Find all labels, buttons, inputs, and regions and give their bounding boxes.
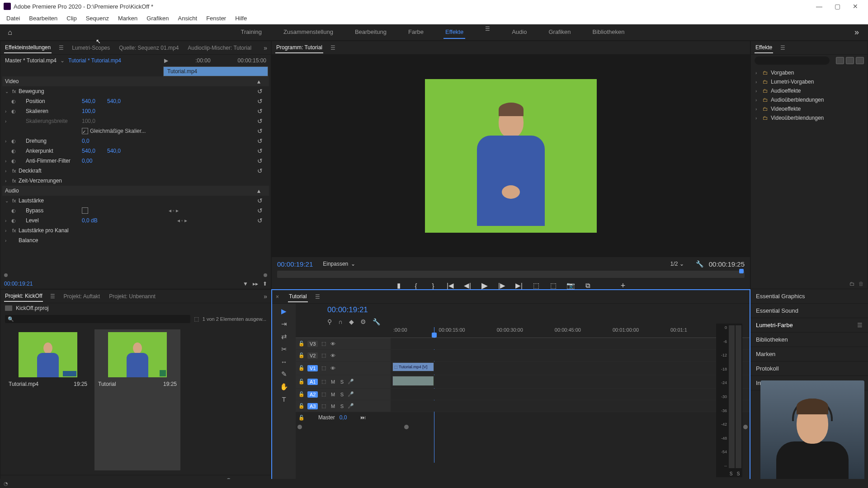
chevron-down-icon[interactable]: ⌄ <box>60 57 65 64</box>
workspace-more-button[interactable]: » <box>849 28 864 37</box>
menu-marken[interactable]: Marken <box>113 13 142 23</box>
reset-icon[interactable]: ↺ <box>257 217 266 224</box>
drehung-value[interactable]: 0,0 <box>82 138 107 144</box>
fx-badge-icon[interactable]: fx <box>11 228 19 233</box>
menu-grafiken[interactable]: Grafiken <box>142 13 173 23</box>
tab-menu-icon[interactable]: ☰ <box>50 293 55 300</box>
settings-wrench-icon[interactable]: 🔧 <box>696 260 703 267</box>
stopwatch-icon[interactable]: ◐ <box>11 108 19 114</box>
sync-lock-icon[interactable]: ⬚ <box>321 365 327 371</box>
tab-programm[interactable]: Programm: Tutorial <box>275 42 323 53</box>
reset-icon[interactable]: ↺ <box>257 98 266 105</box>
extract-button[interactable]: ⬚ <box>549 282 558 290</box>
track-select-tool-icon[interactable]: ⇥ <box>275 319 293 329</box>
position-x-value[interactable]: 540,0 <box>82 98 107 104</box>
toggle-output-icon[interactable]: 👁 <box>330 341 336 347</box>
expand-icon[interactable]: › <box>5 238 11 243</box>
level-value[interactable]: 0,0 dB <box>82 217 107 224</box>
close-button[interactable]: ✕ <box>846 0 864 13</box>
timeline-timecode[interactable]: 00:00:19:21 <box>296 304 750 316</box>
close-sequence-icon[interactable]: × <box>276 294 281 300</box>
stopwatch-icon[interactable]: ◐ <box>11 99 19 104</box>
effects-search-input[interactable] <box>755 56 830 65</box>
lock-icon[interactable]: 🔓 <box>298 365 305 371</box>
reset-icon[interactable]: ↺ <box>257 197 266 204</box>
panel-essential-graphics[interactable]: Essential Graphics <box>750 289 868 304</box>
workspace-bearbeitung[interactable]: Bearbeitung <box>353 26 388 39</box>
ripple-edit-tool-icon[interactable]: ⇄ <box>275 332 293 342</box>
menu-ansicht[interactable]: Ansicht <box>173 13 202 23</box>
comparison-button[interactable]: ⧉ <box>583 282 592 290</box>
project-bins[interactable]: Tutorial.mp419:25 Tutorial19:25 <box>0 325 271 475</box>
folder-audioueberblendungen[interactable]: ›🗀Audioüberblendungen <box>751 95 868 104</box>
workspace-grafiken[interactable]: Grafiken <box>547 26 572 39</box>
preset-type-icon[interactable] <box>836 57 844 64</box>
skalieren-value[interactable]: 100,0 <box>82 108 107 114</box>
snap-icon[interactable]: ⚲ <box>327 318 332 325</box>
folder-audioeffekte[interactable]: ›🗀Audioeffekte <box>751 86 868 95</box>
position-y-value[interactable]: 540,0 <box>107 98 132 104</box>
menu-bearbeiten[interactable]: Bearbeiten <box>24 13 62 23</box>
workspace-zusammenstellung[interactable]: Zusammenstellung <box>282 26 335 39</box>
ec-scrollbar[interactable] <box>0 272 271 279</box>
reset-icon[interactable]: ↺ <box>257 157 266 164</box>
pen-tool-icon[interactable]: ✎ <box>275 369 293 379</box>
workspace-audio[interactable]: Audio <box>510 26 528 39</box>
fx-badge-icon[interactable]: fx <box>11 198 19 203</box>
lock-icon[interactable]: 🔓 <box>298 352 305 358</box>
panel-lumetri-farbe[interactable]: Lumetri-Farbe☰ <box>750 318 868 333</box>
reset-icon[interactable]: ↺ <box>257 117 266 125</box>
go-to-in-button[interactable]: |◀ <box>446 282 455 290</box>
tabs-overflow-button[interactable]: » <box>264 293 267 300</box>
reset-icon[interactable]: ↺ <box>257 108 266 115</box>
expand-icon[interactable]: › <box>5 178 11 183</box>
reset-icon[interactable]: ↺ <box>257 137 266 145</box>
tabs-overflow-button[interactable]: » <box>264 44 267 52</box>
project-search-input[interactable] <box>5 315 190 323</box>
hand-tool-icon[interactable]: ✋ <box>275 382 293 392</box>
step-back-button[interactable]: ◀| <box>463 282 472 290</box>
ankerpunkt-x-value[interactable]: 540,0 <box>82 148 107 154</box>
solo-right-button[interactable]: S <box>735 471 741 476</box>
ec-clip-label[interactable]: Tutorial * Tutorial.mp4 <box>68 57 121 64</box>
export-icon[interactable]: ⬆ <box>263 281 267 287</box>
voice-over-icon[interactable]: 🎤 <box>348 403 354 409</box>
sync-lock-icon[interactable]: ⬚ <box>321 341 327 347</box>
menu-datei[interactable]: Datei <box>2 13 24 23</box>
collapse-icon[interactable]: ▴ <box>257 187 266 194</box>
panel-essential-sound[interactable]: Essential Sound <box>750 304 868 318</box>
panel-bibliotheken[interactable]: Bibliotheken <box>750 333 868 347</box>
preset-type-icon[interactable] <box>856 57 864 64</box>
workspace-farbe[interactable]: Farbe <box>406 26 425 39</box>
mute-button[interactable]: M <box>330 392 336 397</box>
tab-menu-icon[interactable]: ☰ <box>315 294 320 300</box>
solo-button[interactable]: S <box>339 404 345 409</box>
reset-icon[interactable]: ↺ <box>257 207 266 214</box>
menu-fenster[interactable]: Fenster <box>202 13 231 23</box>
sync-lock-icon[interactable]: ⬚ <box>321 379 327 385</box>
tab-quelle[interactable]: Quelle: Sequenz 01.mp4 <box>118 43 179 53</box>
master-value[interactable]: 0,0 <box>340 414 347 421</box>
folder-lumetri[interactable]: ›🗀Lumetri-Vorgaben <box>751 77 868 86</box>
voice-over-icon[interactable]: 🎤 <box>348 379 354 385</box>
sync-lock-icon[interactable]: ⬚ <box>321 352 327 358</box>
expand-icon[interactable]: › <box>5 139 11 144</box>
solo-left-button[interactable]: S <box>728 471 734 476</box>
voice-over-icon[interactable]: 🎤 <box>348 391 354 397</box>
panel-protokoll[interactable]: Protokoll <box>750 361 868 376</box>
toggle-output-icon[interactable]: 👁 <box>330 366 336 371</box>
tab-menu-icon[interactable]: ☰ <box>780 45 785 51</box>
wrench-icon[interactable]: 🔧 <box>373 318 380 325</box>
add-marker-icon[interactable]: ◆ <box>349 318 354 325</box>
workspace-bibliotheken[interactable]: Bibliotheken <box>591 26 627 39</box>
menu-hilfe[interactable]: Hilfe <box>231 13 251 23</box>
stopwatch-icon[interactable]: ◐ <box>11 218 19 224</box>
folder-vorgaben[interactable]: ›🗀Vorgaben <box>751 68 868 77</box>
mute-button[interactable]: M <box>330 379 336 385</box>
panel-marken[interactable]: Marken <box>750 347 868 361</box>
lift-button[interactable]: ⬚ <box>532 282 541 290</box>
skip-icon[interactable]: ⏭ <box>360 414 366 421</box>
lock-icon[interactable]: 🔓 <box>298 341 305 347</box>
stopwatch-icon[interactable]: ◐ <box>11 208 19 214</box>
folder-videoueberblendungen[interactable]: ›🗀Videoüberblendungen <box>751 113 868 122</box>
